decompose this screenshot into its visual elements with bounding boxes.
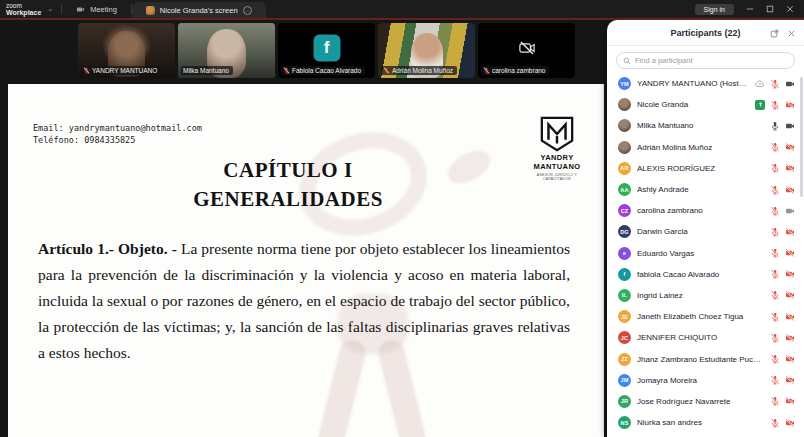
video-tile[interactable]: Adrián Molina Muñoz: [378, 23, 475, 78]
video-tile[interactable]: Milka Mantuano: [178, 23, 275, 78]
mic-off-icon: [770, 79, 780, 89]
chapter-heading: CAPÍTULO I GENERALIDADES: [8, 158, 568, 212]
tile-name-label: Fabiola Cacao Alvarado: [281, 66, 365, 75]
avatar-initials: JM: [618, 374, 631, 387]
mic-off-icon: [770, 227, 780, 237]
close-panel-icon[interactable]: [787, 24, 796, 42]
tab-meeting[interactable]: Meeting: [62, 0, 131, 18]
video-strip: YANDRY MANTUANOMilka MantuanofFabiola Ca…: [0, 20, 604, 82]
cam-off-icon: [785, 100, 795, 110]
status-icons: [770, 248, 795, 258]
cam-off-icon: [785, 248, 795, 258]
participant-row[interactable]: ARALEXIS RODRÍGUEZ: [607, 158, 804, 179]
status-icons: [770, 290, 795, 300]
participant-name: Eduardo Vargas: [637, 249, 764, 258]
tab-screen-label: Nicole Granda's screen: [160, 6, 238, 15]
cam-off-icon: [785, 375, 795, 385]
status-icons: [770, 227, 795, 237]
avatar-photo: [618, 119, 631, 132]
participant-row[interactable]: JRJose Rodríguez Navarrete: [607, 391, 804, 412]
mic-off-icon: [770, 206, 780, 216]
video-tile[interactable]: fFabiola Cacao Alvarado: [278, 23, 375, 78]
cam-off-icon: [785, 269, 795, 279]
status-icons: [770, 269, 795, 279]
screen-share-thumbnail: [146, 6, 155, 15]
logo-name-line2: MANTUANO: [525, 163, 589, 172]
participant-row[interactable]: YMYANDRY MANTUANO (Host, me): [607, 73, 804, 94]
search-input[interactable]: [635, 56, 788, 65]
contact-email: Email: yandrymantuano@hotmail.com: [33, 122, 202, 134]
camera-off-icon: [518, 39, 536, 57]
minimize-button[interactable]: [746, 5, 754, 13]
cam-off-icon: [785, 418, 795, 428]
chapter-subtitle: GENERALIDADES: [8, 187, 568, 212]
participant-row[interactable]: AAAshly Andrade: [607, 179, 804, 200]
sign-in-button[interactable]: Sign in: [695, 4, 734, 15]
mic-off-icon: [770, 290, 780, 300]
article-paragraph: Artículo 1.- Objeto. - La presente norma…: [38, 236, 570, 366]
participant-name: Ingrid Lainez: [637, 291, 764, 300]
cam-off-icon: [785, 185, 795, 195]
cam-off-icon: [785, 354, 795, 364]
more-options-icon[interactable]: …: [243, 6, 252, 15]
status-icons: [770, 396, 795, 406]
avatar-initials: JR: [618, 395, 631, 408]
contact-phone: Teléfono: 0984335825: [33, 134, 202, 146]
search-box[interactable]: [616, 52, 795, 69]
participant-name: Darwin Garcia: [637, 227, 764, 236]
participant-name: Jose Rodríguez Navarrete: [637, 397, 764, 406]
tile-name-label: YANDRY MANTUANO: [81, 66, 161, 75]
mic-off-icon: [283, 67, 290, 74]
popout-panel-icon[interactable]: [770, 24, 779, 42]
status-icons: [770, 418, 795, 428]
participant-row[interactable]: DGDarwin Garcia: [607, 221, 804, 242]
participant-row[interactable]: CZcarolina zambrano: [607, 200, 804, 221]
participant-row[interactable]: ILIngrid Lainez: [607, 285, 804, 306]
tab-screen-share[interactable]: Nicole Granda's screen …: [132, 2, 266, 18]
cam-off-icon: [785, 227, 795, 237]
participant-row[interactable]: ffabiola Cacao Alvarado: [607, 264, 804, 285]
participant-row[interactable]: JZJhanz Zambrano Estudiante Pucem: [607, 348, 804, 369]
avatar-initials: AA: [618, 183, 631, 196]
participant-name: Ashly Andrade: [637, 185, 764, 194]
avatar-initials: e: [618, 247, 631, 260]
chevron-down-icon[interactable]: ⌄: [47, 5, 53, 13]
participant-row[interactable]: eEduardo Vargas: [607, 243, 804, 264]
scrollbar[interactable]: [800, 77, 803, 197]
mic-off-icon: [770, 333, 780, 343]
participant-row[interactable]: Adrián Molina Muñoz: [607, 137, 804, 158]
share-screen-icon: [755, 100, 765, 110]
video-tile[interactable]: carolina zambrano: [478, 23, 575, 78]
tile-name-label: carolina zambrano: [481, 66, 549, 75]
participants-header: Participants (22): [607, 20, 804, 46]
participant-name: Milka Mantuano: [637, 121, 764, 130]
mic-off-icon: [770, 163, 780, 173]
tile-name-label: Milka Mantuano: [181, 66, 233, 75]
participant-name: Jhanz Zambrano Estudiante Pucem: [637, 355, 764, 364]
mic-off-icon: [383, 67, 390, 74]
avatar-initials: YM: [618, 77, 631, 90]
avatar-initials: JE: [618, 310, 631, 323]
mic-off-icon: [770, 396, 780, 406]
participant-row[interactable]: NSNiurka san andres: [607, 412, 804, 433]
participant-row[interactable]: Nicole Granda: [607, 94, 804, 115]
participant-name: fabiola Cacao Alvarado: [637, 270, 764, 279]
mic-off-icon: [770, 418, 780, 428]
maximize-button[interactable]: [766, 5, 774, 13]
tile-name-label: Adrián Molina Muñoz: [381, 66, 457, 75]
avatar-initials: f: [618, 268, 631, 281]
participant-row[interactable]: JMJomayra Moreira: [607, 370, 804, 391]
search-icon: [623, 57, 631, 65]
participant-row[interactable]: JCJENNIFER CHIQUITO: [607, 327, 804, 348]
participant-name: ALEXIS RODRÍGUEZ: [637, 164, 764, 173]
participant-row[interactable]: Milka Mantuano: [607, 115, 804, 136]
status-icons: [770, 185, 795, 195]
search-wrap: [607, 46, 804, 73]
close-button[interactable]: [786, 5, 794, 13]
participants-panel: Participants (22) YMYANDRY MANTUANO (Hos…: [607, 20, 804, 437]
participant-row[interactable]: JEJaneth Elizabeth Choez Tigua: [607, 306, 804, 327]
video-tile[interactable]: YANDRY MANTUANO: [78, 23, 175, 78]
status-icons: [770, 312, 795, 322]
app-menu[interactable]: zoom Workplace ⌄: [0, 0, 61, 18]
mic-off-icon: [770, 269, 780, 279]
